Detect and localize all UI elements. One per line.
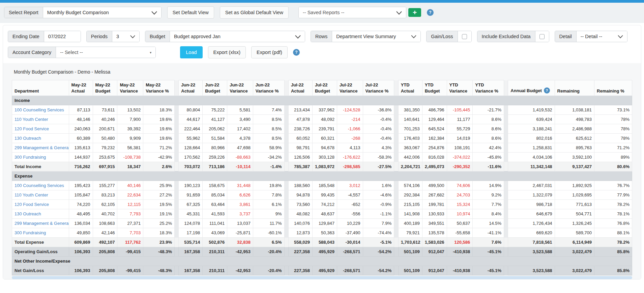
column-spacer <box>504 115 508 124</box>
horizontal-scrollbar[interactable] <box>12 276 632 279</box>
value-cell: 3,737 <box>227 209 253 219</box>
value-cell: 240,063 <box>69 124 93 134</box>
department-link[interactable]: 130 Outreach <box>14 211 41 216</box>
department-link[interactable]: 130 Outreach <box>14 136 41 141</box>
add-report-button[interactable]: + <box>408 8 421 17</box>
ending-date-label: Ending Date <box>8 31 44 42</box>
value-cell: -1.4% <box>253 162 284 171</box>
column-spacer <box>504 190 508 200</box>
value-cell: 771,613 <box>555 200 594 209</box>
value-cell: -42,953 <box>227 247 253 257</box>
value-cell: 349,551 <box>422 219 447 228</box>
value-cell: 802,016 <box>508 134 555 143</box>
value-cell: 62,105 <box>93 200 117 209</box>
value-cell: 3,022,479 <box>555 247 594 257</box>
value-cell: -176,622 <box>337 153 363 162</box>
toolbar-help-icon[interactable]: ? <box>427 9 434 16</box>
value-cell: 74,606 <box>447 181 473 190</box>
value-cell: 124,078 <box>179 219 203 228</box>
col-header-may-22-variance: May-22Variance % <box>143 80 175 96</box>
annual-budget-help-icon[interactable]: ? <box>544 87 550 94</box>
value-cell: 986,718 <box>508 200 555 209</box>
value-cell: 205,808 <box>93 266 117 275</box>
value-cell: 105,847 <box>69 190 93 200</box>
department-link[interactable]: 120 Food Service <box>14 202 49 207</box>
value-cell: 55,962 <box>179 134 203 143</box>
value-cell: 7,793 <box>117 209 143 219</box>
value-cell: 78% <box>594 115 632 124</box>
saved-reports-group: -- Saved Reports -- <box>298 7 406 18</box>
col-group-label: May-22 <box>71 82 90 87</box>
column-spacer <box>174 153 178 162</box>
column-spacer <box>394 143 398 153</box>
department-link[interactable]: 120 Food Service <box>14 126 49 131</box>
value-cell: -124,528 <box>337 105 363 115</box>
department-link[interactable]: 300 Fundraising <box>14 230 46 235</box>
report-select[interactable]: Monthly Budget Comparison <box>43 7 161 18</box>
column-spacer <box>284 219 288 228</box>
value-cell: -4.6% <box>363 190 394 200</box>
rows-label: Rows <box>311 31 332 42</box>
col-sub-label: Actual <box>291 88 310 94</box>
column-spacer <box>174 143 178 153</box>
value-cell: -74.4% <box>363 228 394 238</box>
value-cell: 128,664 <box>179 143 203 153</box>
department-link[interactable]: 110 Youth Center <box>14 192 48 197</box>
department-link[interactable]: 110 Youth Center <box>14 117 48 122</box>
value-cell: 32,838 <box>227 238 253 247</box>
department-link[interactable]: 299 Management & General <box>14 145 69 150</box>
value-cell: 176,403 <box>398 134 422 143</box>
department-cell: 110 Youth Center <box>12 115 69 124</box>
value-cell: 78.1% <box>594 209 632 219</box>
value-cell: 8.4% <box>473 209 504 219</box>
ending-date-input[interactable] <box>44 31 81 42</box>
department-link[interactable]: 299 Management & General <box>14 221 69 226</box>
export-pdf-button[interactable]: Export (pdf) <box>251 46 288 58</box>
department-link[interactable]: 100 Counselling Services <box>14 107 64 112</box>
value-cell: 42.4% <box>473 143 504 153</box>
value-cell: 50,480 <box>93 134 117 143</box>
value-cell: 609,869 <box>69 238 93 247</box>
value-cell: 10,229 <box>337 219 363 228</box>
value-cell: 76.8% <box>594 219 632 228</box>
export-xlsx-button[interactable]: Export (xlsx) <box>208 46 246 58</box>
filters-help-icon[interactable]: ? <box>293 49 300 56</box>
value-cell: 63,464 <box>203 200 227 209</box>
gain-loss-checkbox[interactable] <box>462 34 467 39</box>
value-cell: 141,908 <box>398 209 422 219</box>
value-cell: 108,191 <box>447 143 473 153</box>
column-spacer <box>394 209 398 219</box>
value-cell: 504,771 <box>555 209 594 219</box>
value-cell: -55,658 <box>447 228 473 238</box>
include-excluded-checkbox[interactable] <box>539 34 545 39</box>
rows-select[interactable]: Department View Summary <box>332 31 420 42</box>
report-title: Monthly Budget Comparison - Demo - Melis… <box>12 66 632 80</box>
value-cell: 646,679 <box>508 209 555 219</box>
column-spacer <box>284 190 288 200</box>
load-button[interactable]: Load <box>180 46 202 58</box>
column-spacer <box>394 134 398 143</box>
department-link[interactable]: 300 Fundraising <box>14 155 46 160</box>
column-spacer <box>174 200 178 209</box>
periods-select[interactable]: 3 <box>112 31 139 42</box>
col-header-jul-22-budget: Jul-22Budget <box>312 80 337 96</box>
col-sub-label: Budget <box>315 88 334 94</box>
periods-group: Periods 3 <box>86 31 140 42</box>
value-cell: 40,702 <box>93 209 117 219</box>
set-default-view-button[interactable]: Set Default View <box>167 6 214 19</box>
set-global-default-view-button[interactable]: Set as Global Default View <box>220 6 289 19</box>
account-category-select[interactable]: -- Select -- ▾ <box>56 47 155 58</box>
value-cell: 140,641 <box>398 115 422 124</box>
value-cell: 1,322,079 <box>508 190 555 200</box>
col-header-jul-22-variance: Jul-22Variance <box>337 80 363 96</box>
saved-reports-select[interactable]: -- Saved Reports -- <box>299 7 406 18</box>
section-label: Net Other Income/Expense <box>12 257 632 266</box>
column-spacer <box>394 238 398 247</box>
detail-select[interactable]: -- Detail -- <box>577 31 627 42</box>
value-cell: 9,137,427 <box>555 162 594 171</box>
budget-select[interactable]: Budget approved Jan <box>170 31 305 42</box>
value-cell: -36.8% <box>363 105 394 115</box>
column-spacer <box>174 209 178 219</box>
department-link[interactable]: 100 Counselling Services <box>14 183 64 188</box>
col-sub-label: Variance <box>340 88 360 94</box>
